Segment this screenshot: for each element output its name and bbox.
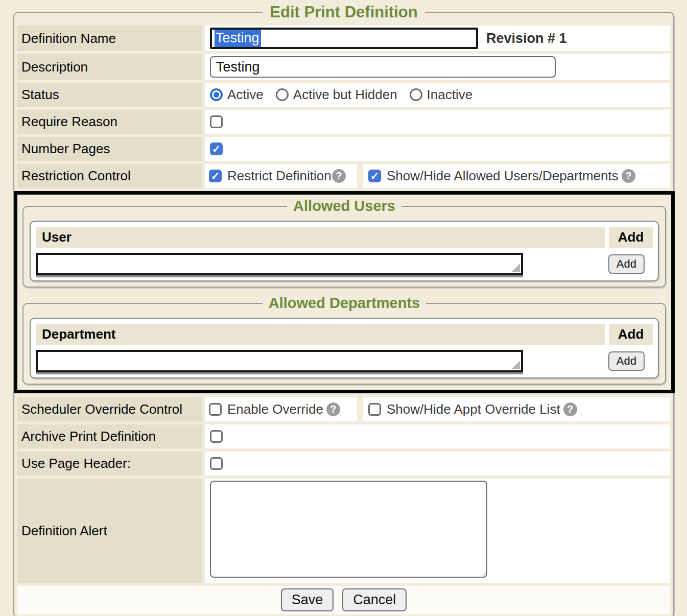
- checkmark-icon: ✓: [370, 171, 380, 181]
- status-label: Status: [17, 83, 202, 107]
- enable-override-cell: ✓ Enable Override ?: [205, 397, 357, 421]
- scheduler-override-label: Scheduler Override Control: [17, 397, 202, 421]
- dropdown-grip-icon: [511, 361, 520, 369]
- active-but-hidden-radio-label[interactable]: Active but Hidden: [293, 87, 397, 103]
- status-value-cell: Active Active but Hidden Inactive: [205, 83, 670, 107]
- show-hide-allowed-cell: ✓ Show/Hide Allowed Users/Departments ?: [363, 164, 670, 188]
- show-hide-appt-checkbox[interactable]: ✓: [368, 403, 381, 416]
- use-page-header-checkbox[interactable]: ✓: [210, 457, 223, 470]
- definition-alert-textarea[interactable]: [210, 481, 487, 578]
- add-department-button[interactable]: Add: [608, 351, 645, 371]
- definition-name-value-cell: Testing Revision # 1: [205, 26, 670, 51]
- definition-alert-label: Definition Alert: [17, 479, 202, 583]
- active-but-hidden-radio[interactable]: [276, 88, 289, 101]
- use-page-header-row: Use Page Header: ✓: [17, 452, 670, 476]
- department-select[interactable]: [36, 350, 523, 372]
- archive-row: Archive Print Definition ✓: [17, 424, 670, 448]
- restrict-definition-checkbox[interactable]: ✓: [209, 170, 222, 182]
- allowed-users-header-row: User Add: [36, 227, 653, 248]
- require-reason-label: Require Reason: [17, 110, 202, 134]
- cancel-button[interactable]: Cancel: [342, 588, 407, 611]
- description-row: Description: [17, 54, 670, 80]
- show-hide-allowed-help-icon[interactable]: ?: [622, 169, 635, 183]
- allowed-departments-input-row: Add: [36, 350, 653, 372]
- number-pages-checkbox[interactable]: ✓: [210, 143, 223, 155]
- description-input[interactable]: [210, 56, 556, 78]
- save-button[interactable]: Save: [281, 588, 334, 611]
- scheduler-override-cells: ✓ Enable Override ? ✓ Show/Hide Appt Ove…: [205, 397, 670, 421]
- definition-name-label: Definition Name: [17, 26, 202, 51]
- show-hide-appt-help-icon[interactable]: ?: [563, 402, 577, 416]
- department-add-column-header: Add: [609, 324, 653, 345]
- status-option-active: Active: [210, 87, 264, 103]
- description-label: Description: [17, 54, 202, 80]
- show-hide-appt-label[interactable]: Show/Hide Appt Override List: [387, 401, 560, 417]
- use-page-header-value-cell: ✓: [205, 452, 670, 476]
- inactive-radio-label[interactable]: Inactive: [427, 87, 473, 103]
- require-reason-checkbox[interactable]: ✓: [210, 115, 223, 128]
- restriction-control-label: Restriction Control: [17, 164, 202, 188]
- add-user-button[interactable]: Add: [608, 254, 645, 274]
- number-pages-value-cell: ✓: [205, 137, 670, 161]
- active-radio-label[interactable]: Active: [227, 87, 264, 103]
- inactive-radio[interactable]: [410, 88, 422, 101]
- radio-dot-icon: [214, 92, 219, 98]
- allowed-departments-fieldset: Allowed Departments Department Add Add: [22, 295, 666, 385]
- status-option-inactive: Inactive: [410, 87, 473, 103]
- status-option-active-hidden: Active but Hidden: [276, 87, 397, 103]
- description-value-cell: [205, 54, 670, 80]
- status-row: Status Active Active but Hidden Inactive: [17, 83, 670, 107]
- allowed-section-frame: Allowed Users User Add Add Allowed Depar…: [14, 191, 675, 393]
- allowed-departments-title: Allowed Departments: [263, 295, 427, 312]
- definition-name-input[interactable]: Testing: [210, 28, 478, 49]
- number-pages-label: Number Pages: [17, 137, 202, 161]
- definition-name-selected-text: Testing: [215, 29, 261, 48]
- form-title: Edit Print Definition: [263, 3, 424, 21]
- checkmark-icon: ✓: [211, 171, 220, 181]
- edit-print-definition-form: Edit Print Definition Definition Name Te…: [13, 3, 674, 616]
- checkmark-icon: ✓: [212, 144, 221, 154]
- user-select[interactable]: [36, 253, 523, 275]
- actions-row: Save Cancel: [17, 586, 670, 614]
- allowed-users-panel: User Add Add: [30, 221, 659, 281]
- allowed-users-fieldset: Allowed Users User Add Add: [22, 198, 666, 288]
- allowed-users-title: Allowed Users: [287, 198, 401, 215]
- require-reason-value-cell: ✓: [205, 110, 670, 134]
- enable-override-help-icon[interactable]: ?: [326, 402, 340, 416]
- user-column-header: User: [36, 227, 605, 248]
- use-page-header-label: Use Page Header:: [17, 452, 202, 476]
- show-hide-appt-cell: ✓ Show/Hide Appt Override List ?: [363, 397, 670, 421]
- definition-alert-row: Definition Alert: [17, 479, 670, 583]
- definition-name-row: Definition Name Testing Revision # 1: [17, 26, 670, 51]
- allowed-users-input-row: Add: [36, 253, 653, 275]
- archive-value-cell: ✓: [205, 424, 670, 448]
- restrict-definition-label[interactable]: Restrict Definition: [227, 168, 331, 184]
- show-hide-allowed-checkbox[interactable]: ✓: [368, 170, 381, 182]
- user-add-column-header: Add: [609, 227, 653, 248]
- restriction-control-row: Restriction Control ✓ Restrict Definitio…: [17, 164, 670, 188]
- restrict-definition-cell: ✓ Restrict Definition ?: [205, 164, 357, 188]
- archive-label: Archive Print Definition: [17, 424, 202, 448]
- enable-override-checkbox[interactable]: ✓: [209, 403, 222, 416]
- restrict-definition-help-icon[interactable]: ?: [332, 169, 346, 183]
- allowed-departments-header-row: Department Add: [36, 324, 653, 345]
- active-radio[interactable]: [210, 88, 223, 101]
- department-column-header: Department: [36, 324, 605, 345]
- archive-checkbox[interactable]: ✓: [210, 430, 223, 443]
- require-reason-row: Require Reason ✓: [17, 110, 670, 134]
- enable-override-label[interactable]: Enable Override: [227, 401, 323, 417]
- show-hide-allowed-label[interactable]: Show/Hide Allowed Users/Departments: [387, 168, 619, 184]
- restriction-control-cells: ✓ Restrict Definition ? ✓ Show/Hide Allo…: [205, 164, 670, 188]
- definition-alert-value-cell: [205, 479, 670, 583]
- number-pages-row: Number Pages ✓: [17, 137, 670, 161]
- scheduler-override-row: Scheduler Override Control ✓ Enable Over…: [17, 397, 670, 421]
- revision-number: Revision # 1: [486, 31, 567, 46]
- allowed-departments-panel: Department Add Add: [30, 318, 659, 378]
- dropdown-grip-icon: [511, 264, 520, 272]
